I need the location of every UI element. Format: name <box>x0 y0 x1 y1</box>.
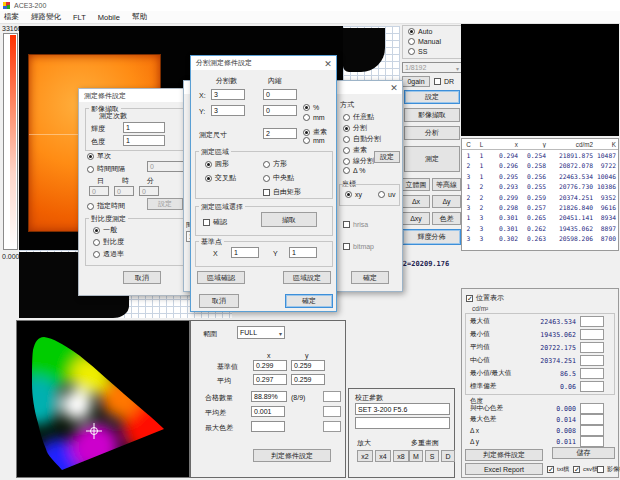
zero-gain-button[interactable]: 0gain <box>402 76 430 87</box>
position-display-checkbox[interactable] <box>466 295 473 302</box>
avg-y-input[interactable]: 0.259 <box>291 374 325 385</box>
radio-manual[interactable] <box>408 38 415 45</box>
delta-xy-button[interactable]: Δxy <box>402 212 430 225</box>
single-radio[interactable] <box>87 153 94 160</box>
div-y-input[interactable]: 3 <box>211 105 245 116</box>
inset-x-input[interactable]: 0 <box>263 89 297 100</box>
bitmap-checkbox[interactable] <box>343 243 350 250</box>
base-x-input[interactable]: 1 <box>231 247 259 258</box>
method-pixel-radio[interactable] <box>343 147 350 154</box>
free-rect-checkbox[interactable] <box>263 189 270 196</box>
txt-file-checkbox[interactable] <box>547 466 554 473</box>
calibration-field[interactable]: SET 3-200 F5.6 <box>355 403 450 415</box>
spec-time-set-button[interactable]: 設定 <box>147 198 183 210</box>
area-cross-radio[interactable] <box>205 175 212 182</box>
chroma-input[interactable]: 1 <box>123 135 165 146</box>
delta-x-button[interactable]: Δx <box>402 195 430 208</box>
inset-y-input[interactable]: 0 <box>263 105 297 116</box>
table-row[interactable]: 110.2940.25421891.87510487 <box>462 150 618 160</box>
view-3d-button[interactable]: 立體圖 <box>402 178 430 191</box>
ref-x-input[interactable]: 0.299 <box>253 360 287 371</box>
range-select[interactable]: FULL ▾ <box>237 326 285 339</box>
menu-flt[interactable]: FLT <box>73 13 86 22</box>
menu-file[interactable]: 檔案 <box>4 12 19 22</box>
method-delta-pct-radio[interactable] <box>343 167 350 174</box>
method-auto-split-radio[interactable] <box>343 136 350 143</box>
inset-mm-radio[interactable] <box>303 114 310 121</box>
exposure-select[interactable]: 1/8192 ▾ <box>402 62 462 73</box>
set-button[interactable]: 設定 <box>404 90 460 104</box>
trans-radio[interactable] <box>93 251 100 258</box>
interval-radio[interactable] <box>87 166 94 173</box>
table-row[interactable]: 230.3010.26219435.0628897 <box>462 223 618 233</box>
table-row[interactable]: 130.3010.26520451.1418934 <box>462 213 618 223</box>
method-split-radio[interactable] <box>343 125 350 132</box>
csv-file-checkbox[interactable] <box>573 466 580 473</box>
coord-uv-radio[interactable] <box>378 191 385 198</box>
general-radio[interactable] <box>93 227 100 234</box>
contour-button[interactable]: 等高線 <box>432 178 461 191</box>
ok-button[interactable]: 確定 <box>285 294 333 308</box>
delta-y-button[interactable]: Δy <box>432 195 461 208</box>
cie-diagram-panel[interactable] <box>16 320 190 478</box>
multi-d-button[interactable]: D <box>441 450 455 462</box>
cancel-button[interactable]: 取消 <box>123 271 161 284</box>
luminance-dist-button[interactable]: 輝度分佈 <box>402 229 461 245</box>
color-diff-button[interactable]: 色差 <box>432 212 461 225</box>
table-row[interactable]: 220.2990.25920374.2519352 <box>462 192 618 202</box>
size-pixel-radio[interactable] <box>303 129 310 136</box>
captured-image-panel[interactable] <box>461 24 619 136</box>
table-row[interactable]: 330.3020.26320598.2068700 <box>462 234 618 244</box>
judge-condition-button-2[interactable]: 判定條件設定 <box>253 449 331 462</box>
hour-input[interactable]: 0 <box>114 186 134 196</box>
grab-button[interactable]: 擷取 <box>261 212 317 227</box>
zoom-x4-button[interactable]: x4 <box>375 450 391 462</box>
area-circle-radio[interactable] <box>205 161 212 168</box>
lum-input[interactable]: 1 <box>123 122 165 133</box>
area-center-radio[interactable] <box>263 175 270 182</box>
area-set-button[interactable]: 區域設定 <box>283 271 331 284</box>
multi-m-button[interactable]: M <box>409 450 423 462</box>
area-square-radio[interactable] <box>263 161 270 168</box>
cancel-button[interactable]: 取消 <box>199 294 239 308</box>
minute-input[interactable]: 0 <box>139 186 159 196</box>
div-x-input[interactable]: 3 <box>211 89 245 100</box>
image-capture-button[interactable]: 影像擷取 <box>404 108 460 122</box>
radio-ss[interactable] <box>408 48 415 55</box>
avg-x-input[interactable]: 0.297 <box>253 374 287 385</box>
close-icon[interactable]: ✕ <box>389 83 399 93</box>
size-mm-radio[interactable] <box>303 137 310 144</box>
image-file-checkbox[interactable] <box>597 466 604 473</box>
analyze-button[interactable]: 分析 <box>404 126 460 140</box>
ok-button[interactable]: 確定 <box>351 271 389 284</box>
inset-percent-radio[interactable] <box>303 104 310 111</box>
excel-report-button[interactable]: Excel Report <box>465 463 543 475</box>
measure-button[interactable]: 測定 <box>404 146 460 172</box>
coord-xy-radio[interactable] <box>345 191 352 198</box>
hrisa-checkbox[interactable] <box>343 221 350 228</box>
table-row[interactable]: 310.2950.25622463.53410046 <box>462 171 618 181</box>
size-input[interactable]: 2 <box>263 128 297 139</box>
method-line-split-radio[interactable] <box>343 158 350 165</box>
table-row[interactable]: 120.2930.25520776.73010386 <box>462 182 618 192</box>
confirm-checkbox[interactable] <box>203 219 210 226</box>
method-any-point-radio[interactable] <box>343 114 350 121</box>
ref-y-input[interactable]: 0.259 <box>291 360 325 371</box>
zoom-x2-button[interactable]: x2 <box>357 450 373 462</box>
day-input[interactable]: 0 <box>89 186 109 196</box>
table-row[interactable]: 320.2980.25721826.8409616 <box>462 202 618 212</box>
base-y-input[interactable]: 1 <box>289 247 317 258</box>
save-button[interactable]: 儲存 <box>552 447 615 459</box>
judge-condition-button[interactable]: 判定條件設定 <box>465 449 543 461</box>
menu-mobile[interactable]: Mobile <box>98 13 120 22</box>
menu-path-change[interactable]: 經路變化 <box>31 12 61 22</box>
dr-checkbox[interactable] <box>434 78 441 85</box>
spec-time-radio[interactable] <box>87 203 94 210</box>
calibration-field-2[interactable] <box>355 417 450 429</box>
contrast-radio[interactable] <box>93 239 100 246</box>
method-set-button[interactable]: 設定 <box>374 151 400 163</box>
radio-auto[interactable] <box>408 28 415 35</box>
close-icon[interactable]: ✕ <box>323 59 333 69</box>
interval-input[interactable]: 0 <box>147 161 187 172</box>
multi-s-button[interactable]: S <box>425 450 439 462</box>
